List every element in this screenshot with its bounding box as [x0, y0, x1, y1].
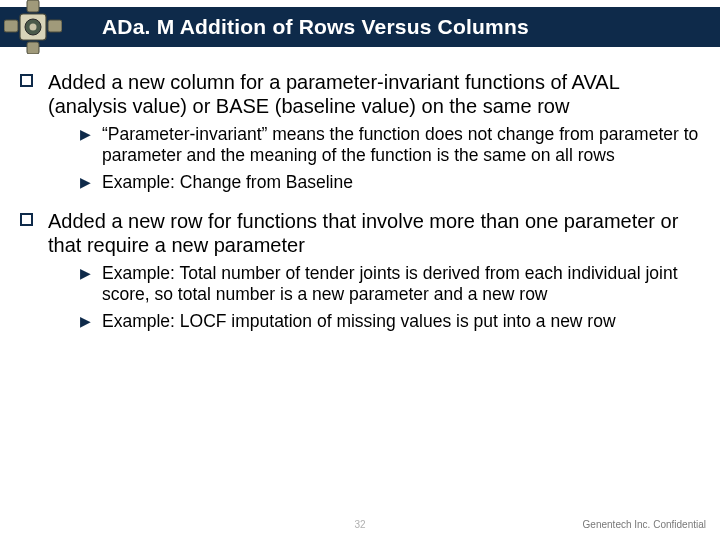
- svg-rect-2: [27, 0, 39, 12]
- logo-icon: [4, 0, 62, 54]
- bullet-level1: Added a new row for functions that invol…: [20, 209, 700, 257]
- arrow-bullet-icon: ▶: [80, 263, 102, 305]
- svg-rect-0: [4, 20, 18, 32]
- bullet-level2: ▶ Example: LOCF imputation of missing va…: [80, 311, 700, 332]
- bullet-text: Example: Total number of tender joints i…: [102, 263, 700, 305]
- bullet-text: “Parameter-invariant” means the function…: [102, 124, 700, 166]
- slide-content: Added a new column for a parameter-invar…: [20, 60, 700, 332]
- bullet-level1: Added a new column for a parameter-invar…: [20, 70, 700, 118]
- bullet-level2: ▶ Example: Total number of tender joints…: [80, 263, 700, 305]
- confidential-label: Genentech Inc. Confidential: [583, 519, 706, 530]
- slide-title: ADa. M Addition of Rows Versus Columns: [102, 15, 529, 39]
- bullet-text: Example: LOCF imputation of missing valu…: [102, 311, 700, 332]
- square-bullet-icon: [20, 70, 48, 118]
- svg-rect-1: [48, 20, 62, 32]
- bullet-text: Added a new column for a parameter-invar…: [48, 70, 700, 118]
- arrow-bullet-icon: ▶: [80, 172, 102, 193]
- square-bullet-icon: [20, 209, 48, 257]
- arrow-bullet-icon: ▶: [80, 311, 102, 332]
- arrow-bullet-icon: ▶: [80, 124, 102, 166]
- svg-rect-3: [27, 42, 39, 54]
- bullet-level2: ▶ “Parameter-invariant” means the functi…: [80, 124, 700, 166]
- svg-point-6: [30, 24, 37, 31]
- bullet-text: Added a new row for functions that invol…: [48, 209, 700, 257]
- slide-header-bar: ADa. M Addition of Rows Versus Columns: [0, 7, 720, 47]
- bullet-text: Example: Change from Baseline: [102, 172, 700, 193]
- bullet-level2: ▶ Example: Change from Baseline: [80, 172, 700, 193]
